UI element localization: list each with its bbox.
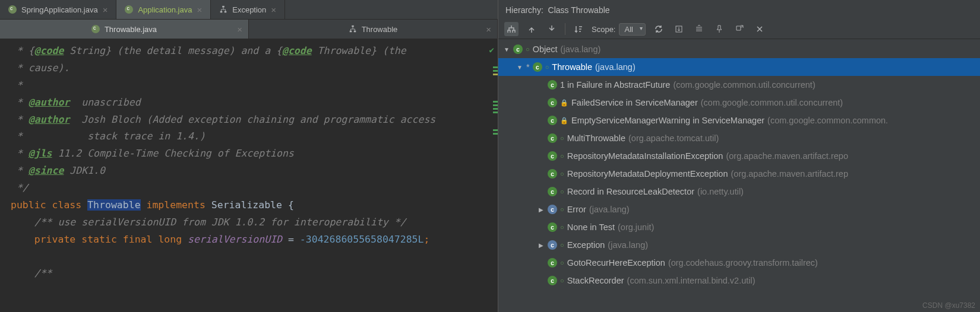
class-name: Object	[533, 44, 558, 54]
tree-row-10[interactable]: c○None in Test (org.junit)	[498, 218, 980, 236]
open-icon: ○	[560, 259, 564, 266]
open-icon: ○	[560, 170, 564, 177]
tree-arrow-icon[interactable]: ▶	[538, 242, 545, 249]
class-name: MultiThrowable	[567, 133, 625, 143]
tab-label: Throwable	[362, 25, 398, 34]
editor-pane: SpringApplication.java×Application.java×…	[0, 0, 498, 312]
svg-rect-1	[220, 11, 223, 13]
struct-icon	[219, 5, 227, 14]
sub-tab-0[interactable]: Throwable.java×	[0, 20, 249, 39]
tab-label: SpringApplication.java	[21, 5, 98, 14]
hierarchy-toolbar: Scope: All	[498, 20, 980, 39]
scope-dropdown[interactable]: All	[619, 23, 645, 36]
svg-rect-0	[222, 6, 225, 8]
hierarchy-tree[interactable]: ▼c○Object (java.lang)▼*c○Throwable (java…	[498, 39, 980, 312]
tab-label: Exception	[232, 5, 266, 14]
tree-arrow-icon[interactable]: ▼	[516, 64, 523, 71]
close-icon[interactable]: ×	[237, 24, 242, 34]
open-icon: ○	[526, 46, 530, 53]
lock-icon: 🔒	[560, 117, 568, 125]
export-button[interactable]	[732, 22, 747, 36]
package-name: (java.lang)	[589, 205, 630, 214]
tree-row-4[interactable]: c🔒EmptyServiceManagerWarning in ServiceM…	[498, 112, 980, 129]
class-name: Record in ResourceLeakDetector	[567, 187, 694, 196]
open-icon: ○	[560, 206, 564, 213]
class-icon: c	[548, 187, 557, 196]
refresh-button[interactable]	[652, 22, 666, 36]
struct-icon	[349, 25, 357, 33]
supertypes-button[interactable]	[524, 22, 539, 36]
tree-row-7[interactable]: c○RepositoryMetadataDeploymentException …	[498, 165, 980, 183]
hierarchy-title: Hierarchy: Class Throwable	[498, 0, 980, 20]
class-hierarchy-button[interactable]	[504, 22, 519, 36]
open-icon: ○	[560, 188, 564, 195]
class-name: 1 in Failure in AbstractFuture	[560, 80, 670, 90]
sub-tab-1[interactable]: Throwable×	[249, 20, 498, 39]
tree-arrow-icon[interactable]: ▼	[503, 46, 510, 53]
tree-row-3[interactable]: c🔒FailedService in ServiceManager (com.g…	[498, 94, 980, 112]
expand-all-button[interactable]	[692, 22, 706, 36]
tree-row-2[interactable]: c1 in Failure in AbstractFuture (com.goo…	[498, 76, 980, 94]
class-name: StackRecorder	[567, 276, 624, 285]
svg-rect-5	[353, 31, 356, 33]
tree-row-1[interactable]: ▼*c○Throwable (java.lang)	[498, 58, 980, 76]
open-icon: ○	[560, 277, 564, 284]
package-name: (java.lang)	[561, 44, 601, 54]
close-icon[interactable]: ×	[486, 24, 491, 34]
close-icon[interactable]: ×	[197, 5, 202, 15]
class-icon: c	[548, 276, 557, 285]
tree-row-9[interactable]: ▶c○Error (java.lang)	[498, 200, 980, 218]
package-name: (org.apache.tomcat.util)	[628, 133, 719, 143]
top-tab-0[interactable]: SpringApplication.java×	[0, 0, 116, 19]
class-name: RepositoryMetadataDeploymentException	[567, 169, 728, 179]
tree-row-13[interactable]: c○StackRecorder (com.sun.xml.internal.bi…	[498, 272, 980, 289]
class-name: Error	[567, 205, 586, 214]
package-name: (com.google.common.util.concurrent)	[701, 98, 843, 107]
svg-rect-4	[349, 31, 352, 33]
hierarchy-panel: Hierarchy: Class Throwable Scope: All ▼c…	[498, 0, 980, 312]
scope-selector: Scope: All	[592, 23, 646, 36]
tree-row-0[interactable]: ▼c○Object (java.lang)	[498, 40, 980, 58]
minimap[interactable]	[493, 66, 498, 136]
sub-tab-row: Throwable.java×Throwable×	[0, 20, 498, 39]
class-name: Throwable	[552, 62, 592, 72]
class-icon: c	[548, 258, 557, 268]
top-tab-2[interactable]: Exception×	[211, 0, 285, 19]
tree-row-5[interactable]: c○MultiThrowable (org.apache.tomcat.util…	[498, 129, 980, 147]
subtypes-button[interactable]	[545, 22, 559, 36]
package-name: (org.junit)	[618, 222, 654, 232]
sort-button[interactable]	[571, 22, 586, 36]
class-icon: c	[548, 222, 557, 232]
tab-label: Throwable.java	[105, 25, 157, 34]
close-icon[interactable]: ×	[103, 5, 108, 15]
inspection-ok-icon: ✔	[489, 43, 494, 58]
code-editor[interactable]: ✔ * {@code String} (the detail message) …	[0, 39, 498, 312]
close-button[interactable]	[753, 22, 767, 36]
tree-row-11[interactable]: ▶c○Exception (java.lang)	[498, 236, 980, 254]
watermark: CSDN @xu7382	[922, 301, 975, 310]
class-icon: c	[548, 80, 557, 90]
open-icon: ○	[560, 241, 564, 249]
close-icon[interactable]: ×	[271, 5, 276, 15]
star-icon: *	[526, 62, 530, 72]
tree-arrow-icon[interactable]: ▶	[538, 206, 545, 213]
java-icon	[91, 25, 100, 33]
class-name: FailedService in ServiceManager	[571, 98, 698, 107]
tree-row-8[interactable]: c○Record in ResourceLeakDetector (io.net…	[498, 183, 980, 200]
class-icon: c	[513, 44, 523, 54]
open-icon: ○	[560, 152, 564, 160]
package-name: (org.apache.maven.artifact.rep	[731, 169, 848, 179]
svg-rect-3	[352, 26, 354, 27]
tree-row-6[interactable]: c○RepositoryMetadataInstallationExceptio…	[498, 147, 980, 165]
class-name: None in Test	[567, 222, 615, 232]
class-name: EmptyServiceManagerWarning in ServiceMan…	[571, 116, 764, 125]
pin-button[interactable]	[712, 22, 726, 36]
class-icon: c	[548, 169, 557, 179]
open-icon: ○	[545, 63, 549, 71]
package-name: (java.lang)	[595, 62, 636, 72]
class-name: Exception	[567, 240, 605, 250]
top-tab-1[interactable]: Application.java×	[116, 0, 211, 19]
tree-row-12[interactable]: c○GotoRecurHereException (org.codehaus.g…	[498, 254, 980, 272]
autoscroll-button[interactable]	[672, 22, 686, 36]
package-name: (java.lang)	[608, 240, 648, 250]
